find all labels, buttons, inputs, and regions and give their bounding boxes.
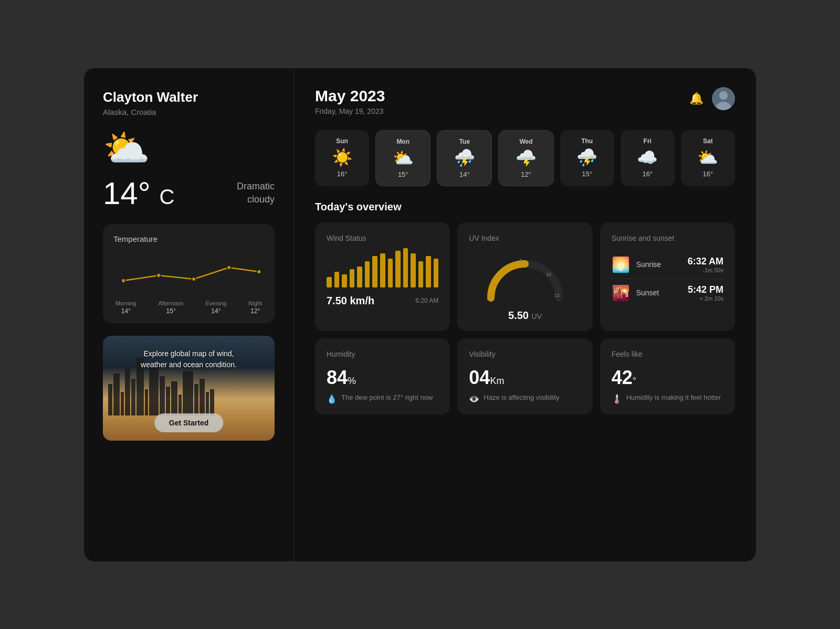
sunrise-sunset-card: Sunrise and sunset 🌅 Sunrise 6:32 AM -1m… (600, 222, 735, 331)
temp-labels: Morning 14° Afternoon 15° Evening 14° Ni… (113, 300, 264, 315)
day-temp-wed: 12° (521, 170, 531, 178)
day-icon-fri: ☁️ (637, 149, 658, 166)
notification-bell-icon[interactable]: 🔔 (689, 92, 704, 105)
svg-text:8: 8 (520, 258, 522, 263)
day-icon-wed: 🌩️ (516, 150, 537, 166)
svg-point-2 (192, 277, 196, 281)
wind-bar (350, 269, 355, 287)
feels-like-metric: 42° (612, 367, 723, 393)
map-overlay-text: Explore global map of wind, weather and … (103, 348, 275, 370)
wind-bar (411, 253, 416, 287)
visibility-detail: 👁️ Haze is affecting visibility (469, 393, 581, 405)
day-card-sun[interactable]: Sun ☀️ 16° (315, 130, 369, 186)
feels-like-detail: 🌡️ Humidity is making it feel hotter (612, 393, 723, 405)
sunset-icon: 🌇 (612, 284, 630, 302)
overview-section-title: Today's overview (315, 201, 735, 213)
weather-condition: Dramatic cloudy (237, 180, 275, 206)
day-temp-sat: 16° (703, 170, 713, 178)
wind-bar (365, 261, 370, 287)
wind-bar (403, 248, 408, 287)
sunrise-delta: -1m 50s (688, 267, 723, 273)
sunrise-label: Sunrise (636, 260, 681, 269)
day-card-wed[interactable]: Wed 🌩️ 12° (498, 130, 553, 186)
eye-icon: 👁️ (469, 393, 479, 405)
visibility-card: Visibility 04Km 👁️ Haze is affecting vis… (457, 338, 592, 414)
wind-bar (357, 266, 362, 287)
humidity-card: Humidity 84% 💧 The dew point is 27° righ… (315, 338, 450, 414)
sunrise-time: 6:32 AM (688, 256, 723, 267)
thermometer-icon: 🌡️ (612, 393, 622, 405)
right-panel: May 2023 Friday, May 19, 2023 🔔 Sun ☀️ (294, 68, 756, 561)
uv-index-title: UV Index (469, 234, 581, 242)
wind-bar (372, 256, 377, 287)
wind-status-title: Wind Status (327, 234, 438, 242)
temp-condition: 14° C Dramatic cloudy (103, 175, 275, 211)
user-location: Alaska, Croatia (103, 108, 275, 116)
visibility-metric: 04Km (469, 367, 581, 393)
svg-point-3 (227, 265, 231, 270)
wind-bar (395, 251, 401, 287)
wind-bar (388, 259, 393, 287)
humidity-detail: 💧 The dew point is 27° right now (327, 393, 438, 405)
weather-icon-large: ⛅ (103, 129, 275, 167)
humidity-value: 84% (327, 367, 356, 389)
sunrise-icon: 🌅 (612, 256, 630, 273)
overview-grid: Wind Status 7.50 km/h 6:20 AM UV Index (315, 222, 735, 414)
uv-gauge: 6 8 10 12 (469, 251, 581, 303)
wind-bar (418, 261, 424, 287)
temp-chart (113, 252, 264, 294)
day-card-thu[interactable]: Thu ⛈️ 15° (560, 130, 614, 186)
svg-text:10: 10 (546, 272, 551, 277)
wind-bar (334, 272, 340, 287)
wind-time: 6:20 AM (415, 297, 438, 304)
temp-label-afternoon: Afternoon 15° (159, 300, 184, 315)
sunset-time-wrapper: 5:42 PM + 2m 10s (688, 284, 723, 302)
temp-card-title: Temperature (113, 234, 264, 243)
svg-point-0 (121, 279, 125, 283)
sunrise-row: 🌅 Sunrise 6:32 AM -1m 50s (612, 251, 723, 279)
feels-like-value: 42° (612, 367, 636, 389)
header-right: 🔔 (689, 87, 735, 110)
sunset-row: 🌇 Sunset 5:42 PM + 2m 10s (612, 279, 723, 307)
svg-point-4 (257, 270, 261, 274)
user-info: Clayton Walter Alaska, Croatia (103, 89, 275, 116)
svg-text:12: 12 (554, 293, 560, 298)
day-name-sat: Sat (703, 137, 713, 145)
feels-like-title: Feels like (612, 350, 723, 358)
sunset-delta: + 2m 10s (688, 295, 723, 302)
day-temp-mon: 15° (398, 170, 408, 178)
map-button-wrapper[interactable]: Get Started (154, 413, 223, 432)
avatar[interactable] (712, 87, 735, 110)
user-name: Clayton Walter (103, 89, 275, 105)
day-icon-sat: ⛅ (697, 149, 718, 166)
get-started-button[interactable]: Get Started (154, 413, 223, 432)
day-name-fri: Fri (644, 137, 652, 145)
wind-bars (327, 251, 438, 287)
day-card-tue[interactable]: Tue ⛈️ 14° (437, 130, 492, 186)
day-temp-tue: 14° (459, 170, 470, 178)
temp-label-morning: Morning 14° (116, 300, 136, 315)
svg-point-1 (156, 273, 161, 278)
day-name-tue: Tue (459, 138, 470, 145)
day-icon-tue: ⛈️ (454, 150, 475, 166)
temp-unit: C (159, 185, 174, 208)
day-icon-mon: ⛅ (393, 150, 414, 166)
humidity-metric: 84% (327, 367, 438, 393)
wind-bar (434, 259, 439, 287)
wind-bar (426, 256, 431, 287)
day-card-sat[interactable]: Sat ⛅ 16° (681, 130, 735, 186)
left-panel: Clayton Walter Alaska, Croatia ⛅ 14° C D… (84, 68, 294, 561)
day-card-mon[interactable]: Mon ⛅ 15° (375, 130, 430, 186)
uv-value: 5.50 UV (469, 310, 581, 322)
wind-speed: 7.50 km/h (327, 295, 374, 307)
day-icon-thu: ⛈️ (576, 149, 597, 166)
day-name-wed: Wed (519, 138, 532, 145)
day-temp-thu: 15° (582, 170, 592, 178)
wind-bar (327, 277, 332, 287)
sunset-label: Sunset (636, 289, 681, 297)
humidity-title: Humidity (327, 350, 438, 358)
sunrise-time-wrapper: 6:32 AM -1m 50s (688, 256, 723, 273)
temperature-display: 14° C (103, 175, 174, 211)
day-card-fri[interactable]: Fri ☁️ 16° (621, 130, 675, 186)
day-temp-fri: 16° (642, 170, 653, 178)
